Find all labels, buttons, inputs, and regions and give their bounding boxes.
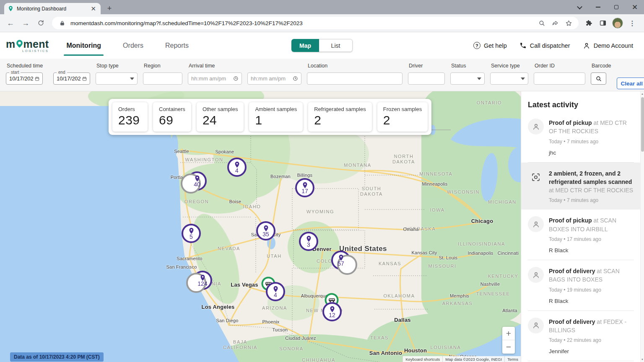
main-nav: Monitoring Orders Reports: [65, 32, 209, 59]
stat-card-containers[interactable]: Containers 69: [153, 102, 191, 132]
keyboard-shortcuts-link[interactable]: Keyboard shortcuts: [402, 356, 442, 362]
activity-item[interactable]: Proof of delivery at SCAN BAGS INTO BOXE…: [528, 260, 634, 311]
status-select[interactable]: [450, 72, 485, 85]
zoom-in-button[interactable]: +: [502, 327, 515, 340]
map-state-label: SONORA: [279, 346, 303, 351]
barcode-label: Barcode: [592, 63, 611, 69]
scroll-down-icon[interactable]: ▼: [641, 357, 644, 362]
browser-tab[interactable]: Monitoring Dashboard ✕: [4, 3, 101, 14]
nav-orders[interactable]: Orders: [121, 32, 145, 59]
map-cluster-marker[interactable]: 12: [322, 302, 342, 321]
clock-icon[interactable]: [293, 75, 298, 82]
arrival-from-input[interactable]: [191, 75, 231, 82]
map-country-label: United States: [339, 245, 387, 253]
stat-card-refrigerated-samples[interactable]: Refrigerated samples 2: [308, 102, 372, 132]
get-help-button[interactable]: ? Get help: [473, 42, 507, 49]
activity-actor: R Black: [549, 298, 634, 304]
scheduled-start-input[interactable]: [9, 75, 33, 82]
clear-all-button[interactable]: Clear all: [617, 78, 644, 89]
window-close-button[interactable]: ✕: [626, 0, 644, 14]
map-canvas[interactable]: WASHINGTONONTARIOMONTANANORTHDAKOTASOUTH…: [0, 91, 521, 362]
activity-item[interactable]: Proof of pickup at SCAN BOXES INTO AIRBI…: [528, 209, 634, 260]
toggle-map-button[interactable]: Map: [291, 39, 319, 52]
clock-icon[interactable]: [233, 75, 239, 82]
arrival-to-field[interactable]: [247, 72, 301, 85]
browser-menu-kebab-icon[interactable]: ⋮: [627, 19, 637, 27]
region-input[interactable]: [146, 75, 179, 82]
activity-item[interactable]: Proof of pickup at MED CTR OF THE ROCKIE…: [528, 112, 634, 163]
bookmark-star-icon[interactable]: [564, 18, 574, 28]
arrival-to-input[interactable]: [251, 75, 291, 82]
stat-label: Other samples: [203, 106, 238, 112]
back-icon[interactable]: ←: [4, 17, 17, 29]
tab-close-icon[interactable]: ✕: [89, 5, 97, 12]
scheduled-start-field[interactable]: start: [6, 72, 43, 85]
barcode-search-button[interactable]: [591, 72, 606, 85]
nav-monitoring[interactable]: Monitoring: [65, 32, 103, 59]
zoom-out-button[interactable]: −: [502, 340, 515, 354]
extensions-puzzle-icon[interactable]: [584, 18, 594, 28]
order-id-field[interactable]: [534, 72, 585, 85]
map-cluster-marker[interactable]: 57: [331, 251, 351, 270]
map-cluster-marker[interactable]: 17: [295, 178, 314, 197]
share-icon[interactable]: [550, 18, 560, 28]
map-cluster-marker[interactable]: 4: [227, 158, 247, 177]
reload-icon[interactable]: [34, 17, 47, 29]
moment-logo[interactable]: m ment LOGISTICS: [6, 38, 49, 53]
tab-title: Monitoring Dashboard: [17, 6, 86, 12]
scrollbar-thumb[interactable]: [641, 97, 644, 152]
service-type-select[interactable]: [490, 72, 528, 85]
map-state-label: NEBRASKA: [405, 226, 436, 231]
activity-item[interactable]: 2 ambient, 2 frozen, and 2 refrigerated …: [521, 163, 644, 210]
location-field[interactable]: [307, 72, 402, 85]
zoom-page-icon[interactable]: [537, 18, 547, 28]
nav-reports[interactable]: Reports: [164, 32, 190, 59]
map-city-label: Tucson: [273, 327, 288, 332]
window-menu-chevron-icon[interactable]: [570, 0, 589, 14]
activity-text: Proof of delivery at SCAN BAGS INTO BOXE…: [549, 267, 634, 284]
map-cluster-marker[interactable]: 35: [256, 221, 275, 240]
driver-input[interactable]: [411, 75, 441, 82]
stat-card-frozen-samples[interactable]: Frozen samples 2: [377, 102, 428, 132]
forward-icon[interactable]: →: [19, 17, 32, 29]
calendar-icon[interactable]: [82, 76, 87, 82]
stop-type-label: Stop type: [96, 63, 138, 69]
side-panel-icon[interactable]: [598, 18, 608, 28]
scroll-up-icon[interactable]: ▲: [641, 91, 644, 96]
stop-type-select[interactable]: [96, 72, 138, 85]
map-state-label: OKLAHOMA: [383, 293, 415, 298]
stat-card-orders[interactable]: Orders 239: [112, 102, 148, 132]
map-city-label: Bozeman: [270, 174, 291, 179]
window-maximize-button[interactable]: [607, 0, 626, 14]
map-state-label: KANSAS: [379, 261, 401, 266]
stat-card-ambient-samples[interactable]: Ambient samples 1: [249, 102, 303, 132]
toggle-list-button[interactable]: List: [319, 39, 353, 52]
driver-field[interactable]: [408, 72, 445, 85]
terms-link[interactable]: Terms: [504, 356, 521, 362]
account-button[interactable]: Demo Account: [583, 42, 633, 49]
map-cluster-marker[interactable]: 40: [187, 171, 207, 191]
scheduled-end-field[interactable]: end: [53, 72, 90, 85]
data-asof-badge: Data as of 10/17/2023 4:20 PM (CST): [10, 352, 104, 362]
call-dispatcher-button[interactable]: Call dispatcher: [519, 42, 570, 49]
region-field[interactable]: [143, 72, 182, 85]
profile-avatar[interactable]: [612, 18, 623, 28]
map-cluster-marker[interactable]: 4: [266, 282, 285, 301]
map-cluster-marker[interactable]: 124: [193, 271, 212, 290]
activity-item[interactable]: Proof of delivery at FEDEX - BILLINGS To…: [528, 311, 634, 362]
url-text: momentdash.com/monitoring/map?f.schedule…: [70, 20, 533, 26]
calendar-icon[interactable]: [35, 76, 39, 82]
activity-text: Proof of pickup at SCAN BOXES INTO AIRBI…: [549, 216, 634, 233]
order-id-input[interactable]: [537, 75, 582, 82]
scheduled-end-input[interactable]: [57, 75, 80, 82]
new-tab-button[interactable]: +: [104, 3, 115, 14]
map-cluster-marker[interactable]: 3: [299, 232, 318, 251]
arrival-from-field[interactable]: [188, 72, 242, 85]
map-cluster-marker[interactable]: 5: [182, 224, 201, 243]
sidebar-scrollbar[interactable]: ▲ ▼: [640, 91, 644, 362]
location-input[interactable]: [310, 75, 399, 82]
window-minimize-button[interactable]: [589, 0, 607, 14]
stat-card-other-samples[interactable]: Other samples 24: [197, 102, 244, 132]
map-state-label: MICHIGAN: [488, 199, 517, 204]
url-bar[interactable]: momentdash.com/monitoring/map?f.schedule…: [52, 17, 579, 29]
